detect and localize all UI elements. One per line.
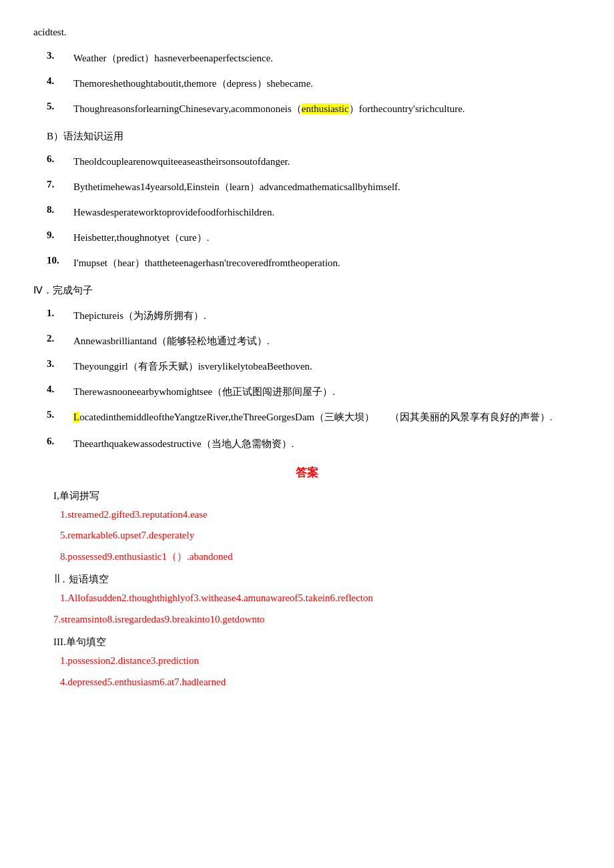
page-content: acidtest. 3. Weather（predict）hasneverbee… — [33, 27, 581, 691]
answer-subsection-1: I,单词拼写 1.streamed2.gifted3.reputation4.e… — [53, 490, 581, 566]
item-text: Therewasnooneearbywhomightsee（他正试图闯进那间屋子… — [73, 384, 581, 400]
item-text: LocatedinthemiddleoftheYangtzeRiver,theT… — [73, 409, 581, 426]
item-number: 9. — [47, 230, 73, 246]
answer-line: 5.remarkable6.upset7.desperately — [60, 527, 581, 544]
answer-line: 7.streamsinto8.isregardedas9.breakinto10… — [53, 611, 581, 628]
list-item: 9. Heisbetter,thoughnotyet（cure）. — [33, 230, 581, 246]
list-item: 5. ThoughreasonsforlearningChinesevary,a… — [33, 101, 581, 117]
section-b-header: B）语法知识运用 — [47, 130, 581, 143]
item-text: Themoreshethoughtaboutit,themore（depress… — [73, 75, 581, 91]
item-number: 7. — [47, 179, 73, 195]
highlighted-word: enthusiastic — [302, 103, 349, 114]
item-number: 6. — [47, 153, 73, 169]
item-text: Theearthquakewassodestructive（当地人急需物资）. — [73, 436, 581, 452]
item-number: 8. — [47, 204, 73, 220]
item-number: 10. — [47, 255, 73, 271]
list-item: 3. Weather（predict）hasneverbeenaperfects… — [33, 50, 581, 66]
item-text: Weather（predict）hasneverbeenaperfectscie… — [73, 50, 581, 66]
item-number: 2. — [47, 333, 73, 349]
answer-line: 1.streamed2.gifted3.reputation4.ease — [60, 506, 581, 524]
item-number: 4. — [47, 75, 73, 91]
answer-subsection-title: I,单词拼写 — [53, 490, 581, 502]
item-text: Thepictureis（为汤姆所拥有）. — [73, 308, 581, 324]
answer-line: 4.depressed5.enthusiasm6.at7.hadlearned — [60, 674, 581, 691]
list-item: 1. Thepictureis（为汤姆所拥有）. — [33, 308, 581, 324]
item-text: Theyounggirl（有音乐天赋）isverylikelytobeaBeet… — [73, 358, 581, 374]
answer-line: 1.Allofasudden2.thoughthighlyof3.witheas… — [60, 590, 581, 607]
list-item: 6. Theearthquakewassodestructive（当地人急需物资… — [33, 436, 581, 452]
item-number: 6. — [47, 436, 73, 452]
answer-line: 1.possession2.distance3.prediction — [60, 653, 581, 670]
item-text: ThoughreasonsforlearningChinesevary,acom… — [73, 101, 581, 117]
item-text: Annewasbrilliantand（能够轻松地通过考试）. — [73, 333, 581, 349]
answer-line: 8.possessed9.enthusiastic1（）.abandoned — [60, 548, 581, 566]
list-item: 7. Bythetimehewas14yearsold,Einstein（lea… — [33, 179, 581, 195]
item-number: 3. — [47, 50, 73, 66]
answer-subsection-title: III.单句填空 — [53, 636, 581, 648]
section-iv-header: Ⅳ．完成句子 — [33, 284, 581, 297]
answer-section: 答案 I,单词拼写 1.streamed2.gifted3.reputation… — [33, 465, 581, 691]
list-item: 8. Hewasdesperateworktoprovidefoodforhis… — [33, 204, 581, 220]
list-item: 4. Therewasnooneearbywhomightsee（他正试图闯进那… — [33, 384, 581, 400]
item-number: 1. — [47, 308, 73, 324]
item-number: 3. — [47, 358, 73, 374]
acid-test-text: acidtest. — [33, 27, 581, 38]
highlighted-letter: L — [73, 412, 79, 422]
item-text: Hewasdesperateworktoprovidefoodforhischi… — [73, 204, 581, 220]
list-item: 5. LocatedinthemiddleoftheYangtzeRiver,t… — [33, 409, 581, 426]
list-item: 6. Theoldcouplearenowquiteeaseastheirson… — [33, 153, 581, 169]
answer-subsection-2: ∣∣．短语填空 1.Allofasudden2.thoughthighlyof3… — [53, 573, 581, 628]
item-number: 5. — [47, 409, 73, 426]
list-item: 10. I'mupset（hear）thattheteenagerhasn'tr… — [33, 255, 581, 271]
answer-title: 答案 — [33, 465, 581, 480]
list-item: 3. Theyounggirl（有音乐天赋）isverylikelytobeaB… — [33, 358, 581, 374]
list-item: 4. Themoreshethoughtaboutit,themore（depr… — [33, 75, 581, 91]
answer-subsection-3: III.单句填空 1.possession2.distance3.predict… — [53, 636, 581, 691]
answer-subsection-title: ∣∣．短语填空 — [53, 573, 581, 586]
item-text: I'mupset（hear）thattheteenagerhasn'trecov… — [73, 255, 581, 271]
item-text: Heisbetter,thoughnotyet（cure）. — [73, 230, 581, 246]
item-text: Theoldcouplearenowquiteeaseastheirsonsou… — [73, 153, 581, 169]
item-number: 4. — [47, 384, 73, 400]
list-item: 2. Annewasbrilliantand（能够轻松地通过考试）. — [33, 333, 581, 349]
item-number: 5. — [47, 101, 73, 117]
item-text: Bythetimehewas14yearsold,Einstein（learn）… — [73, 179, 581, 195]
